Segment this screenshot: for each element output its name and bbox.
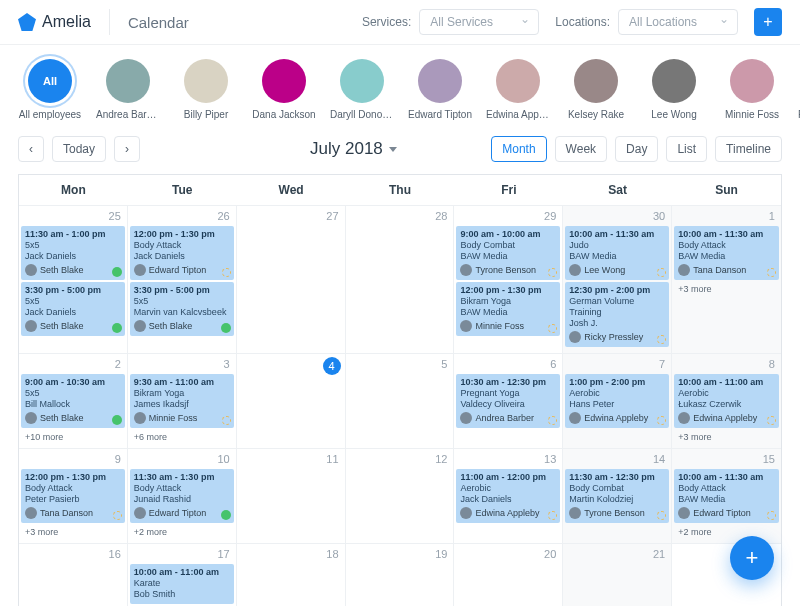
view-week[interactable]: Week (555, 136, 607, 162)
calendar-day[interactable]: 4 (237, 354, 346, 449)
calendar-event[interactable]: 3:30 pm - 5:00 pm5x5Marvin van Kalcvsbee… (130, 282, 234, 336)
calendar-day[interactable]: 110:00 am - 11:30 amBody AttackBAW Media… (672, 206, 781, 354)
event-assignee: Lee Wong (569, 264, 665, 276)
more-events-link[interactable]: +3 more (672, 430, 781, 444)
calendar-event[interactable]: 11:30 am - 1:00 pm5x5Jack DanielsSeth Bl… (21, 226, 125, 280)
view-timeline[interactable]: Timeline (715, 136, 782, 162)
calendar-event[interactable]: 10:00 am - 11:30 amBody AttackBAW MediaT… (674, 226, 779, 280)
calendar-day[interactable]: 1710:00 am - 11:00 amKarateBob Smith (128, 544, 237, 606)
calendar-day[interactable]: 20 (454, 544, 563, 606)
more-events-link[interactable]: +6 more (128, 430, 236, 444)
calendar-day[interactable]: 2612:00 pm - 1:30 pmBody AttackJack Dani… (128, 206, 237, 354)
period-selector[interactable]: July 2018 (310, 139, 397, 159)
event-time: 11:30 am - 12:30 pm (569, 472, 665, 483)
more-events-link[interactable]: +3 more (672, 282, 781, 296)
employee-chip-edward[interactable]: Edward Tipton (408, 59, 472, 120)
calendar-day[interactable]: 1011:30 am - 1:30 pmBody AttackJunaid Ra… (128, 449, 237, 544)
employee-chip-minnie[interactable]: Minnie Foss (720, 59, 784, 120)
calendar-event[interactable]: 1:00 pm - 2:00 pmAerobicHans PeterEdwina… (565, 374, 669, 428)
calendar-day[interactable]: 21 (563, 544, 672, 606)
calendar-event[interactable]: 10:00 am - 11:00 amAerobicŁukasz Czerwik… (674, 374, 779, 428)
calendar-event[interactable]: 12:00 pm - 1:30 pmBody AttackJack Daniel… (130, 226, 234, 280)
calendar-day[interactable]: 19 (346, 544, 455, 606)
calendar-day[interactable]: 2511:30 am - 1:00 pm5x5Jack DanielsSeth … (19, 206, 128, 354)
add-button[interactable]: + (754, 8, 782, 36)
status-confirmed-icon (112, 267, 122, 277)
employee-chip-lee[interactable]: Lee Wong (642, 59, 706, 120)
employee-chip-dana[interactable]: Dana Jackson (252, 59, 316, 120)
more-events-link[interactable]: +10 more (19, 430, 127, 444)
brand-name: Amelia (42, 13, 91, 31)
calendar-day[interactable]: 3010:00 am - 11:30 amJudoBAW MediaLee Wo… (563, 206, 672, 354)
chevron-right-icon: › (125, 142, 129, 156)
avatar-icon (25, 507, 37, 519)
employee-chip-billy[interactable]: Billy Piper (174, 59, 238, 120)
calendar-day[interactable]: 29:00 am - 10:30 am5x5Bill MallockSeth B… (19, 354, 128, 449)
calendar-day[interactable]: 16 (19, 544, 128, 606)
calendar-day[interactable]: 27 (237, 206, 346, 354)
avatar-icon (25, 320, 37, 332)
services-select[interactable]: All Services (419, 9, 539, 35)
assignee-name: Edward Tipton (149, 265, 207, 276)
employee-chip-kelsey[interactable]: Kelsey Rake (564, 59, 628, 120)
floating-add-button[interactable]: + (730, 536, 774, 580)
calendar-day[interactable]: 39:30 am - 11:00 amBikram YogaJames Ikad… (128, 354, 237, 449)
calendar-day[interactable]: 810:00 am - 11:00 amAerobicŁukasz Czerwi… (672, 354, 781, 449)
calendar-day[interactable]: 299:00 am - 10:00 amBody CombatBAW Media… (454, 206, 563, 354)
calendar-event[interactable]: 11:30 am - 12:30 pmBody CombatMartin Kol… (565, 469, 669, 523)
calendar-day[interactable]: 610:30 am - 12:30 pmPregnant YogaValdecy… (454, 354, 563, 449)
more-events-link[interactable]: +3 more (19, 525, 127, 539)
calendar-event[interactable]: 11:30 am - 1:30 pmBody AttackJunaid Rash… (130, 469, 234, 523)
calendar-event[interactable]: 10:00 am - 11:00 amKarateBob Smith (130, 564, 234, 604)
calendar-event[interactable]: 12:30 pm - 2:00 pmGerman Volume Training… (565, 282, 669, 347)
view-switch: MonthWeekDayListTimeline (491, 136, 782, 162)
calendar-event[interactable]: 10:00 am - 11:30 amJudoBAW MediaLee Wong (565, 226, 669, 280)
today-button[interactable]: Today (52, 136, 106, 162)
brand[interactable]: Amelia (18, 13, 91, 31)
locations-select[interactable]: All Locations (618, 9, 738, 35)
divider (109, 9, 110, 35)
calendar-event[interactable]: 12:00 pm - 1:30 pmBody AttackPeter Pasie… (21, 469, 125, 523)
calendar-day[interactable]: 1510:00 am - 11:30 amBody AttackBAW Medi… (672, 449, 781, 544)
calendar-event[interactable]: 10:00 am - 11:30 amBody AttackBAW MediaE… (674, 469, 779, 523)
employee-chip-all[interactable]: AllAll employees (18, 59, 82, 120)
employee-name: All employees (18, 109, 82, 120)
calendar-day[interactable]: 71:00 pm - 2:00 pmAerobicHans PeterEdwin… (563, 354, 672, 449)
employee-avatar: All (28, 59, 72, 103)
event-time: 1:00 pm - 2:00 pm (569, 377, 665, 388)
calendar-event[interactable]: 10:30 am - 12:30 pmPregnant YogaValdecy … (456, 374, 560, 428)
employee-chip-daryll[interactable]: Daryll Donov… (330, 59, 394, 120)
event-time: 11:00 am - 12:00 pm (460, 472, 556, 483)
calendar-event[interactable]: 9:00 am - 10:00 amBody CombatBAW MediaTy… (456, 226, 560, 280)
calendar-day[interactable]: 18 (237, 544, 346, 606)
employee-chip-andrea[interactable]: Andrea Barber (96, 59, 160, 120)
event-title: Body Attack (134, 483, 230, 494)
employee-chip-edwina[interactable]: Edwina Appl… (486, 59, 550, 120)
more-events-link[interactable]: +2 more (128, 525, 236, 539)
calendar-event[interactable]: 9:30 am - 11:00 amBikram YogaJames Ikads… (130, 374, 234, 428)
event-title: German Volume Training (569, 296, 665, 318)
calendar-day[interactable]: 11 (237, 449, 346, 544)
calendar-event[interactable]: 12:00 pm - 1:30 pmBikram YogaBAW MediaMi… (456, 282, 560, 336)
more-events-link[interactable]: +2 more (672, 525, 781, 539)
calendar-day[interactable]: 28 (346, 206, 455, 354)
calendar-day[interactable]: 5 (346, 354, 455, 449)
avatar-icon (569, 507, 581, 519)
calendar-event[interactable]: 9:00 am - 10:30 am5x5Bill MallockSeth Bl… (21, 374, 125, 428)
view-list[interactable]: List (666, 136, 707, 162)
view-day[interactable]: Day (615, 136, 658, 162)
event-subtitle: Hans Peter (569, 399, 665, 410)
next-button[interactable]: › (114, 136, 140, 162)
event-subtitle: Bob Smith (134, 589, 230, 600)
status-confirmed-icon (221, 323, 231, 333)
calendar-event[interactable]: 11:00 am - 12:00 pmAerobicJack DanielsEd… (456, 469, 560, 523)
employee-name: Lee Wong (642, 109, 706, 120)
calendar-event[interactable]: 3:30 pm - 5:00 pm5x5Jack DanielsSeth Bla… (21, 282, 125, 336)
calendar-day[interactable]: 1411:30 am - 12:30 pmBody CombatMartin K… (563, 449, 672, 544)
calendar-day[interactable]: 1311:00 am - 12:00 pmAerobicJack Daniels… (454, 449, 563, 544)
calendar-day[interactable]: 912:00 pm - 1:30 pmBody AttackPeter Pasi… (19, 449, 128, 544)
view-month[interactable]: Month (491, 136, 546, 162)
calendar-day[interactable]: 12 (346, 449, 455, 544)
prev-button[interactable]: ‹ (18, 136, 44, 162)
event-title: 5x5 (134, 296, 230, 307)
